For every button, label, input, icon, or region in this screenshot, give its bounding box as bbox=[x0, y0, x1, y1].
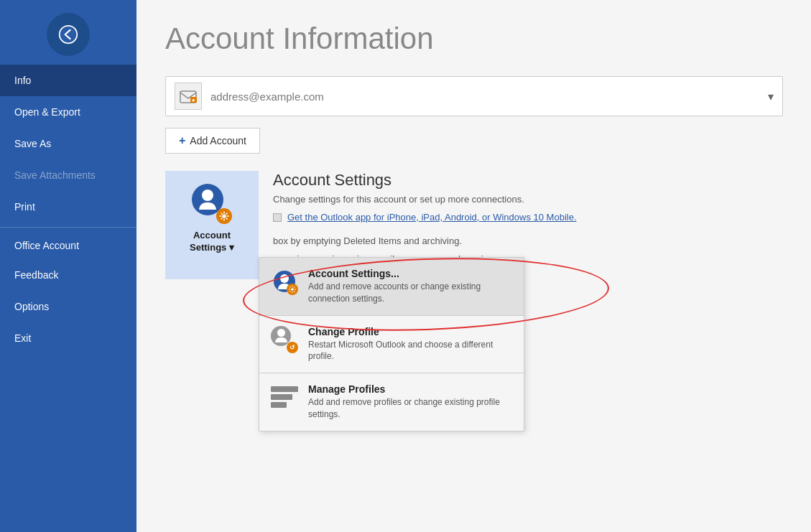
manage-profiles-title: Manage Profiles bbox=[308, 383, 512, 395]
sidebar-item-save-as[interactable]: Save As bbox=[0, 128, 136, 159]
manage-profiles-desc: Add and remove profiles or change existi… bbox=[308, 396, 512, 421]
account-settings-dropdown: Account Settings... Add and remove accou… bbox=[259, 257, 524, 431]
dropdown-account-settings-title: Account Settings... bbox=[308, 268, 512, 279]
back-button[interactable] bbox=[47, 13, 90, 56]
add-account-label: Add Account bbox=[190, 135, 246, 146]
change-profile-text: Change Profile Restart Microsoft Outlook… bbox=[308, 326, 512, 363]
dropdown-item-manage-profiles[interactable]: Manage Profiles Add and remove profiles … bbox=[259, 373, 524, 431]
sidebar-item-save-attachments: Save Attachments bbox=[0, 159, 136, 191]
manage-profiles-text: Manage Profiles Add and remove profiles … bbox=[308, 383, 512, 421]
page-title: Account Information bbox=[165, 22, 782, 56]
add-plus-icon: + bbox=[179, 134, 185, 147]
svg-point-4 bbox=[223, 215, 226, 218]
dropdown-account-settings-icon bbox=[271, 268, 298, 295]
email-bar[interactable]: ★ address@example.com ▾ bbox=[165, 76, 783, 116]
sidebar-item-info[interactable]: Info bbox=[0, 65, 136, 96]
add-account-button[interactable]: + Add Account bbox=[165, 128, 260, 154]
dropdown-item-change-profile[interactable]: ↺ Change Profile Restart Microsoft Outlo… bbox=[259, 316, 524, 373]
change-profile-desc: Restart Microsoft Outlook and choose a d… bbox=[308, 339, 512, 363]
sidebar: Info Open & Export Save As Save Attachme… bbox=[0, 0, 136, 532]
outlook-app-link[interactable]: Get the Outlook app for iPhone, iPad, An… bbox=[287, 212, 577, 223]
main-content: Account Information ★ address@example.co… bbox=[136, 0, 811, 532]
dropdown-gear-icon bbox=[287, 284, 298, 295]
account-settings-label: Account Settings ▾ bbox=[190, 230, 234, 254]
sidebar-item-options[interactable]: Options bbox=[0, 291, 136, 322]
settings-section-1: box by emptying Deleted Items and archiv… bbox=[273, 235, 768, 246]
sidebar-nav: Info Open & Export Save As Save Attachme… bbox=[0, 65, 136, 354]
sidebar-item-feedback[interactable]: Feedback bbox=[0, 259, 136, 291]
manage-profiles-icon bbox=[271, 383, 298, 411]
account-settings-button[interactable]: Account Settings ▾ bbox=[165, 171, 259, 279]
settings-link-row: Get the Outlook app for iPhone, iPad, An… bbox=[273, 212, 768, 223]
sidebar-item-exit[interactable]: Exit bbox=[0, 322, 136, 354]
svg-point-0 bbox=[60, 26, 78, 44]
gear-icon bbox=[216, 208, 232, 224]
account-settings-icon bbox=[192, 184, 232, 224]
svg-point-5 bbox=[291, 288, 294, 291]
sidebar-item-open-export[interactable]: Open & Export bbox=[0, 96, 136, 128]
sidebar-item-office-account[interactable]: Office Account bbox=[0, 232, 136, 259]
sidebar-divider bbox=[0, 227, 136, 228]
dropdown-item-account-settings[interactable]: Account Settings... Add and remove accou… bbox=[259, 258, 524, 315]
svg-text:★: ★ bbox=[191, 98, 195, 103]
email-account-icon: ★ bbox=[175, 83, 202, 110]
settings-area: Account Settings ▾ Account Settings Chan… bbox=[165, 171, 782, 279]
link-bullet bbox=[273, 213, 282, 222]
email-address: address@example.com bbox=[210, 90, 768, 103]
sidebar-item-print[interactable]: Print bbox=[0, 191, 136, 223]
change-profile-icon: ↺ bbox=[271, 326, 298, 353]
dropdown-account-settings-desc: Add and remove accounts or change existi… bbox=[308, 281, 512, 305]
email-dropdown-chevron: ▾ bbox=[768, 90, 774, 103]
change-profile-title: Change Profile bbox=[308, 326, 512, 337]
settings-panel-desc: Change settings for this account or set … bbox=[273, 194, 768, 205]
settings-panel-title: Account Settings bbox=[273, 171, 768, 190]
dropdown-account-settings-text: Account Settings... Add and remove accou… bbox=[308, 268, 512, 305]
